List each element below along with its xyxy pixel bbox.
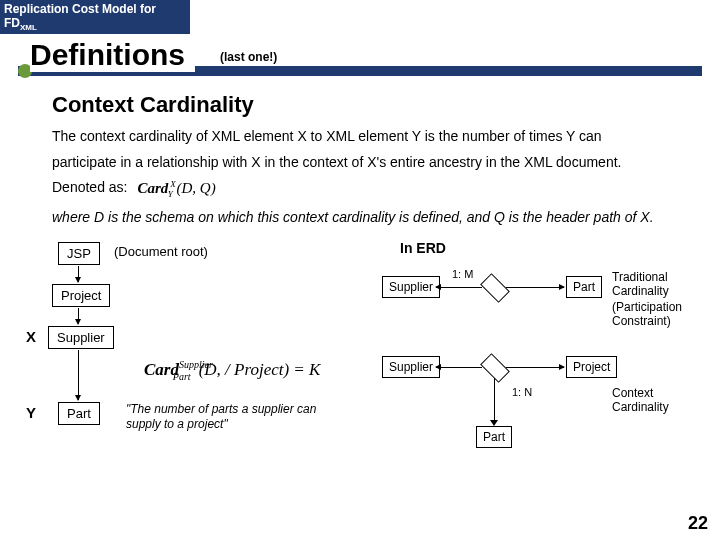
- arrow-icon: [78, 308, 79, 324]
- slide-subtitle: (last one!): [220, 50, 277, 64]
- diagram-area: JSP (Document root) Project Supplier X P…: [52, 236, 668, 466]
- line-icon: [506, 287, 564, 288]
- formula-inline: CardXY (D, Q): [137, 175, 215, 202]
- page-number: 22: [688, 513, 708, 534]
- title-row: Definitions (last one!): [0, 38, 720, 82]
- slide-title: Definitions: [30, 38, 195, 72]
- arrow-icon: [78, 266, 79, 282]
- participation-label: (Participation Constraint): [612, 300, 682, 329]
- section-heading: Context Cardinality: [52, 92, 668, 118]
- erd-part-2: Part: [476, 426, 512, 448]
- content-area: Context Cardinality The context cardinal…: [0, 82, 720, 465]
- x-label: X: [26, 328, 36, 345]
- erd-supplier-1: Supplier: [382, 276, 440, 298]
- one-n-label: 1: N: [512, 386, 532, 398]
- tree-root: JSP: [58, 242, 100, 265]
- header-sub: XML: [20, 23, 37, 32]
- erd-part-1: Part: [566, 276, 602, 298]
- traditional-label: Traditional Cardinality: [612, 270, 669, 299]
- tree-supplier: Supplier: [48, 326, 114, 349]
- tree-root-note: (Document root): [114, 244, 208, 259]
- formula-caption: "The number of parts a supplier can supp…: [126, 402, 346, 433]
- definition-text: The context cardinality of XML element X…: [52, 124, 668, 202]
- one-m-label: 1: M: [452, 268, 473, 280]
- erd-supplier-2: Supplier: [382, 356, 440, 378]
- formula-big: CardSupplierPart(D, / Project) = K: [144, 360, 320, 380]
- diamond-icon: [480, 273, 510, 303]
- header-bar: Replication Cost Model for FDXML: [0, 0, 190, 34]
- where-clause: where D is the schema on which this cont…: [52, 208, 668, 228]
- line-icon: [506, 367, 564, 368]
- line-icon: [494, 378, 495, 422]
- tree-project: Project: [52, 284, 110, 307]
- tree-part: Part: [58, 402, 100, 425]
- line-icon: [436, 367, 482, 368]
- y-label: Y: [26, 404, 36, 421]
- diamond-icon: [480, 353, 510, 383]
- context-label: Context Cardinality: [612, 386, 669, 415]
- erd-project: Project: [566, 356, 617, 378]
- arrow-icon: [78, 350, 79, 400]
- erd-heading: In ERD: [400, 240, 446, 256]
- line-icon: [436, 287, 482, 288]
